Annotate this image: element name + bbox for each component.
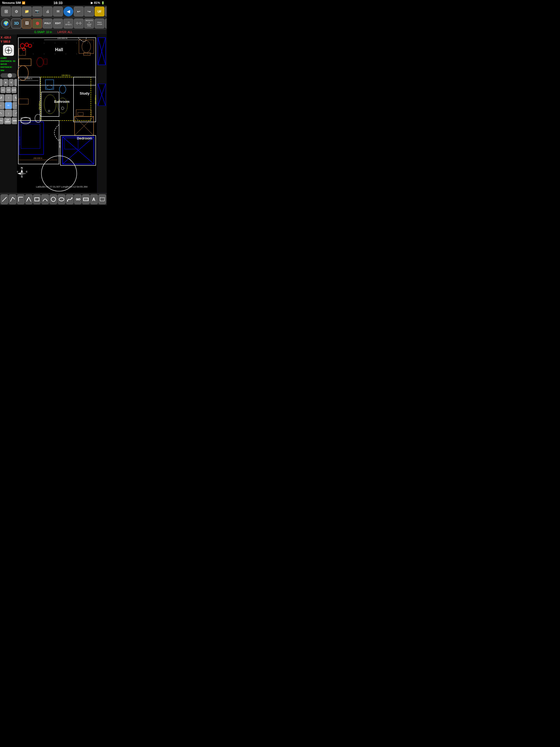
svg-text:260.008 in: 260.008 in	[33, 157, 42, 159]
heights-snap-button[interactable]: HEIGHTS&SNAPPTS	[84, 19, 94, 28]
cp-mirr-button[interactable]: CP MIRR	[4, 118, 11, 124]
infinity-tool-button[interactable]	[74, 195, 82, 204]
double-rect-button[interactable]	[82, 195, 90, 204]
svg-point-18	[87, 43, 88, 44]
no-symbol-button[interactable]: ⊗	[32, 19, 42, 28]
svg-line-105	[10, 197, 12, 202]
angle-line-button[interactable]	[9, 195, 17, 204]
svg-point-21	[33, 54, 34, 54]
svg-text:W: W	[17, 170, 18, 173]
spline-tool-button[interactable]	[66, 195, 74, 204]
svg-rect-11	[17, 35, 107, 192]
settings-button[interactable]: ⚙	[11, 6, 21, 17]
svg-rect-120	[100, 198, 104, 201]
distance-info: CORY DISTANCE: 50 MOVE DISTANCE: 550	[1, 57, 17, 72]
gsnap-label: G.SNAP: 10 in	[34, 31, 52, 34]
arc-tool-button[interactable]	[41, 195, 49, 204]
line-tool-button[interactable]	[1, 195, 8, 204]
cad-drawing-area[interactable]: Hall 150.000 in 59.994 in 199.992 in	[17, 34, 107, 193]
shrink-button[interactable]: ⤡	[0, 110, 4, 117]
svg-rect-112	[35, 198, 39, 201]
camera-button[interactable]: 📷	[32, 6, 42, 17]
svg-text:199.992 in: 199.992 in	[61, 74, 71, 76]
svg-text:Hall: Hall	[55, 47, 63, 52]
slider-thumb	[8, 73, 12, 78]
arc-line-button[interactable]	[25, 195, 33, 204]
svg-point-111	[27, 199, 28, 200]
move-up-button[interactable]: ↑	[5, 94, 12, 101]
reset-button[interactable]: UF	[105, 6, 107, 17]
snap-s-button[interactable]: ↕S10·52·1	[63, 19, 73, 28]
location-icon: ▶	[91, 1, 93, 5]
svg-point-116	[71, 198, 73, 199]
svg-line-104	[2, 197, 6, 202]
print-button[interactable]: 🖨	[43, 6, 52, 17]
carrier-label: Nessuna SIM	[2, 1, 21, 4]
rectangle-tool-button[interactable]	[33, 195, 41, 204]
svg-text:150.000 in: 150.000 in	[19, 136, 21, 146]
nav-right-button[interactable]: →	[14, 79, 17, 86]
crosshair-plus-button[interactable]: ⊹⊹	[74, 19, 84, 28]
rotate-cw-button[interactable]: ↻	[12, 94, 17, 101]
circle-tool-button[interactable]	[50, 195, 57, 204]
copy-mirror-row: COPY CP MIRR MIRROR	[1, 118, 17, 124]
nav-x-button[interactable]: X	[3, 79, 8, 86]
svg-text:Study: Study	[80, 91, 90, 96]
text-tool-button[interactable]: A	[90, 195, 98, 204]
rotate-ccw-button[interactable]: ↺	[0, 94, 4, 101]
open-folder-button[interactable]: 📁	[22, 6, 32, 17]
mult-x15-button[interactable]: x15	[11, 87, 17, 93]
expand-button[interactable]: ⤢	[12, 110, 17, 117]
undo-button[interactable]: ↩	[74, 6, 84, 17]
uf-button[interactable]: UF	[95, 6, 104, 17]
x-label: X	[1, 36, 2, 39]
mirror-button[interactable]: MIRROR	[12, 118, 17, 124]
mult-x3-button[interactable]: x3	[6, 87, 11, 93]
time-display: 16:33	[54, 1, 62, 5]
svg-point-114	[59, 198, 64, 201]
x-value: -420.0	[3, 36, 11, 39]
poly-button[interactable]: POLY	[43, 19, 52, 28]
left-panel: X -420.0 Y 580.0 CORY DISTANCE: 50 MOVE …	[0, 34, 17, 193]
svg-point-20	[22, 54, 23, 54]
dashed-rect-button[interactable]	[98, 195, 106, 204]
ellipse-tool-button[interactable]	[58, 195, 65, 204]
crosshair-button[interactable]	[3, 45, 14, 56]
svg-point-22	[44, 54, 45, 54]
3d-button[interactable]: 3D	[11, 19, 21, 28]
distance-slider[interactable]	[1, 73, 17, 78]
nav-y-button[interactable]: Y	[9, 79, 14, 86]
svg-text:A: A	[92, 197, 96, 202]
mult-x1-button[interactable]: x1	[1, 87, 5, 93]
move-left-button[interactable]: ←	[0, 102, 4, 109]
edit-button[interactable]: EDIT	[53, 19, 63, 28]
svg-point-15	[55, 43, 55, 44]
previous-layer-button[interactable]: PREVLAYER	[95, 19, 104, 28]
select-tool-button[interactable]: ⊞	[1, 6, 11, 17]
cad-svg: Hall 150.000 in 59.994 in 199.992 in	[17, 34, 107, 193]
photo-button[interactable]: 🖼	[22, 19, 32, 28]
eraser-button[interactable]: ✏	[5, 102, 12, 109]
move-right-button[interactable]: →	[12, 102, 17, 109]
move-down-button[interactable]: ↓	[5, 110, 12, 117]
globe-button[interactable]: 🌍	[1, 19, 11, 28]
svg-point-23	[55, 54, 55, 54]
svg-point-113	[51, 197, 55, 202]
mail-button[interactable]: ✉	[53, 6, 63, 17]
y-label: Y	[1, 40, 2, 43]
svg-text:160.000 in: 160.000 in	[59, 139, 61, 148]
status-bar: Nessuna SIM 📶 16:33 ▶ 81% 🔋	[0, 0, 107, 5]
battery-label: 81%	[94, 1, 100, 4]
svg-text:150.000 in: 150.000 in	[57, 37, 67, 40]
nav-left-button[interactable]: ←	[0, 79, 3, 86]
redo-button[interactable]: ↪	[84, 6, 94, 17]
copy-button[interactable]: COPY	[0, 118, 4, 124]
svg-point-17	[76, 43, 77, 44]
rect-line-button[interactable]	[17, 195, 25, 204]
svg-point-13	[33, 43, 34, 44]
import-button[interactable]: ◀	[63, 6, 73, 17]
svg-point-25	[76, 54, 77, 54]
svg-text:N: N	[21, 166, 23, 169]
other-layers-button[interactable]: OTHERLAYERS	[105, 19, 107, 28]
svg-line-110	[29, 197, 31, 202]
